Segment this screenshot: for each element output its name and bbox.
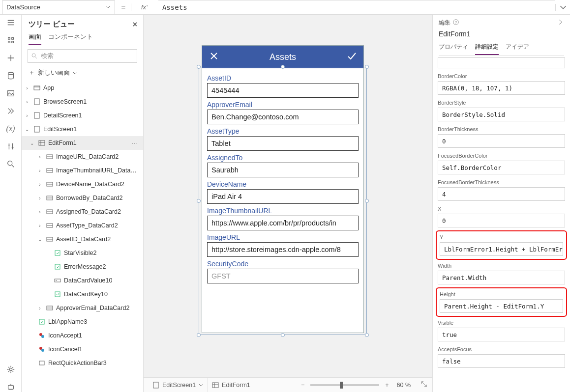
tree-node-control[interactable]: LblAppName3 (22, 315, 143, 329)
left-rail: (x) (0, 15, 22, 392)
tree-node-control[interactable]: StarVisible2 (22, 246, 143, 260)
tree-node-datacard[interactable]: ⌄AssetID_DataCard2 (22, 232, 143, 246)
resize-handle[interactable] (365, 65, 369, 69)
tree-view-panel: ツリー ビュー × 画面 コンポーネント 検索 ＋新しい画面 ›App ›Bro… (22, 15, 144, 392)
svg-rect-10 (39, 140, 45, 145)
tree-node-datacard[interactable]: ›ApproverEmail_DataCard2 (22, 301, 143, 315)
zoom-in-button[interactable]: + (382, 382, 391, 389)
power-automate-icon[interactable] (6, 106, 16, 116)
svg-rect-7 (34, 99, 39, 105)
property-selector[interactable]: DataSource (2, 0, 115, 14)
tab-advanced[interactable]: 詳細設定 (475, 43, 499, 55)
resize-handle[interactable] (365, 199, 369, 203)
svg-text:?: ? (455, 20, 457, 25)
advanced-tools-icon[interactable] (6, 141, 16, 151)
close-panel-icon[interactable]: × (133, 20, 137, 29)
svg-point-25 (41, 335, 44, 338)
help-icon[interactable]: ? (452, 19, 459, 27)
prop-value-input[interactable]: true (438, 328, 565, 341)
tree-node-datacard[interactable]: ›AssetType_DataCard2 (22, 219, 143, 232)
tree-node-editscreen[interactable]: ⌄EditScreen1 (22, 122, 143, 136)
tree-node-datacard[interactable]: ›AssignedTo_DataCard2 (22, 205, 143, 219)
zoom-value: 60 % (392, 382, 416, 389)
prop-label: Height (440, 291, 563, 297)
data-icon[interactable] (6, 71, 16, 81)
tree-node-control[interactable]: IconAccept1 (22, 329, 143, 342)
prop-value-input[interactable]: RGBA(0, 18, 107, 1) (438, 81, 565, 95)
tree-node-datacard[interactable]: ›DeviceName_DataCard2 (22, 177, 143, 191)
tree-node-detailscreen[interactable]: ›DetailScreen1 (22, 109, 143, 122)
prop-value-input[interactable]: 0 (438, 134, 565, 148)
tree-node-browsescreen[interactable]: ›BrowseScreen1 (22, 95, 143, 109)
chevron-down-icon (106, 3, 111, 11)
tree-node-control[interactable]: ErrorMessage2 (22, 260, 143, 274)
prop-label: FocusedBorderThickness (438, 179, 565, 185)
media-icon[interactable] (6, 88, 16, 98)
prop-value-input[interactable]: BorderStyle.Solid (438, 108, 565, 121)
tree-node-control[interactable]: IconCancel1 (22, 342, 143, 356)
zoom-out-button[interactable]: − (298, 382, 307, 389)
tab-properties[interactable]: プロパティ (439, 43, 468, 55)
tree-search-input[interactable]: 検索 (28, 49, 137, 63)
new-screen-button[interactable]: ＋新しい画面 (22, 67, 143, 81)
prop-label: BorderThickness (438, 126, 565, 132)
insert-icon[interactable] (6, 53, 16, 63)
prop-label: AcceptsFocus (438, 346, 565, 352)
svg-rect-6 (34, 86, 40, 90)
svg-rect-18 (55, 251, 60, 255)
prop-value-input[interactable]: Parent.Height - EditForm1.Y (440, 299, 563, 313)
footer-screen-selector[interactable]: EditScreen1 (149, 378, 208, 392)
tree-node-datacard[interactable]: ›ImageURL_DataCard2 (22, 150, 143, 164)
virtual-agent-icon[interactable] (6, 382, 16, 392)
properties-panel: 編集 ? EditForm1 プロパティ 詳細設定 アイデア BorderCol… (432, 15, 570, 392)
expand-formula-button[interactable] (555, 4, 570, 11)
prop-value-input[interactable]: 0 (438, 214, 565, 227)
resize-handle[interactable] (197, 333, 201, 337)
tree-node-control[interactable]: DataCardKey10 (22, 287, 143, 301)
hamburger-icon[interactable] (6, 18, 16, 28)
fx-label: fx ˅ (131, 3, 158, 11)
tab-ideas[interactable]: アイデア (506, 43, 529, 55)
cancel-icon[interactable] (209, 51, 219, 63)
footer-form-selector[interactable]: EditForm1 (208, 378, 254, 392)
resize-handle[interactable] (197, 199, 201, 203)
variables-icon[interactable]: (x) (6, 124, 16, 134)
prop-value-input[interactable]: false (438, 354, 565, 368)
tree-view-icon[interactable] (6, 35, 16, 45)
search-icon (31, 53, 38, 59)
svg-rect-20 (55, 279, 60, 282)
resize-handle[interactable] (281, 65, 285, 69)
tree-node-datacard[interactable]: ›BorrowedBy_DataCard2 (22, 191, 143, 205)
settings-icon[interactable] (6, 364, 16, 374)
search-rail-icon[interactable] (6, 159, 16, 169)
property-selector-label: DataSource (6, 3, 40, 11)
prop-empty-row[interactable] (438, 57, 565, 68)
svg-point-5 (32, 54, 35, 57)
prop-value-input[interactable]: LblFormError1.Height + LblFormError1.Y (440, 242, 563, 256)
edit-label: 編集 (439, 19, 450, 27)
chevron-right-icon[interactable] (557, 19, 564, 27)
svg-rect-30 (212, 383, 218, 388)
prop-value-input[interactable]: 4 (438, 187, 565, 201)
prop-value-input[interactable]: Self.BorderColor (438, 161, 565, 174)
tab-screens[interactable]: 画面 (29, 33, 41, 45)
svg-rect-23 (39, 319, 44, 324)
tree-node-editform[interactable]: ⌄EditForm1··· (22, 136, 143, 150)
prop-label: Y (440, 234, 563, 240)
tree-node-control[interactable]: RectQuickActionBar3 (22, 356, 143, 370)
tree-node-control[interactable]: DataCardValue10 (22, 274, 143, 287)
accept-icon[interactable] (347, 51, 357, 63)
prop-label: BorderStyle (438, 100, 565, 106)
resize-handle[interactable] (281, 333, 285, 337)
tree-node-datacard[interactable]: ›ImageThumbnailURL_DataCard2 (22, 164, 143, 177)
formula-input[interactable]: Assets (158, 0, 555, 14)
tab-components[interactable]: コンポーネント (48, 33, 93, 45)
resize-handle[interactable] (197, 65, 201, 69)
fit-screen-button[interactable] (416, 381, 432, 389)
node-more-icon[interactable]: ··· (132, 140, 140, 146)
prop-value-input[interactable]: Parent.Width (438, 271, 565, 284)
svg-rect-28 (39, 361, 44, 365)
zoom-slider[interactable] (310, 384, 379, 386)
resize-handle[interactable] (365, 333, 369, 337)
tree-node-app[interactable]: ›App (22, 81, 143, 95)
